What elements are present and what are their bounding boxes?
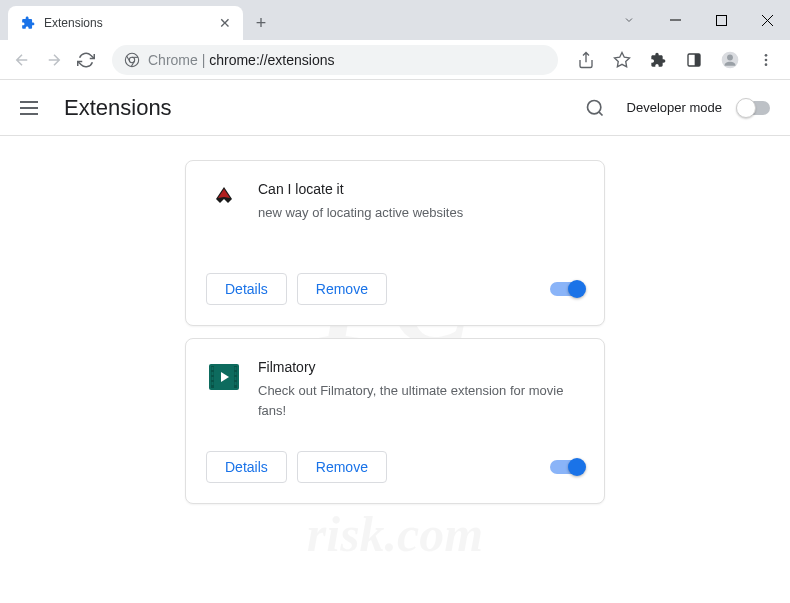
svg-rect-27 (235, 377, 237, 380)
svg-rect-23 (212, 377, 214, 380)
forward-button[interactable] (40, 46, 68, 74)
extensions-list: Can I locate it new way of locating acti… (0, 136, 790, 528)
window-titlebar: Extensions ✕ + (0, 0, 790, 40)
svg-rect-24 (212, 382, 214, 385)
extension-description: new way of locating active websites (258, 203, 584, 223)
chrome-icon (124, 52, 140, 68)
svg-point-16 (587, 100, 600, 113)
svg-rect-26 (235, 372, 237, 375)
search-icon[interactable] (579, 92, 611, 124)
extension-description: Check out Filmatory, the ultimate extens… (258, 381, 584, 420)
sidepanel-icon[interactable] (678, 44, 710, 76)
svg-point-15 (765, 63, 768, 66)
svg-point-13 (765, 54, 768, 57)
svg-point-12 (727, 54, 733, 60)
developer-mode-label: Developer mode (627, 100, 722, 115)
page-title: Extensions (64, 95, 172, 121)
extension-name: Can I locate it (258, 181, 584, 197)
page-header: Extensions Developer mode (0, 80, 790, 136)
browser-tab[interactable]: Extensions ✕ (8, 6, 243, 40)
minimize-button[interactable] (652, 4, 698, 36)
svg-rect-10 (695, 54, 700, 66)
new-tab-button[interactable]: + (247, 9, 275, 37)
share-icon[interactable] (570, 44, 602, 76)
bookmark-icon[interactable] (606, 44, 638, 76)
remove-button[interactable]: Remove (297, 451, 387, 483)
maximize-button[interactable] (698, 4, 744, 36)
svg-line-17 (598, 111, 602, 115)
close-window-button[interactable] (744, 4, 790, 36)
svg-rect-25 (235, 367, 237, 370)
address-bar[interactable]: Chrome | chrome://extensions (112, 45, 558, 75)
remove-button[interactable]: Remove (297, 273, 387, 305)
enable-toggle[interactable] (550, 282, 584, 296)
svg-rect-28 (235, 382, 237, 385)
details-button[interactable]: Details (206, 273, 287, 305)
window-controls (606, 0, 790, 40)
details-button[interactable]: Details (206, 451, 287, 483)
extension-name: Filmatory (258, 359, 584, 375)
svg-rect-22 (212, 372, 214, 375)
hamburger-icon[interactable] (20, 96, 44, 120)
svg-rect-1 (716, 15, 726, 25)
extensions-icon[interactable] (642, 44, 674, 76)
extension-icon (206, 181, 242, 217)
address-text: Chrome | chrome://extensions (148, 52, 335, 68)
menu-icon[interactable] (750, 44, 782, 76)
svg-point-14 (765, 58, 768, 61)
profile-icon[interactable] (714, 44, 746, 76)
enable-toggle[interactable] (550, 460, 584, 474)
chevron-down-icon[interactable] (606, 4, 652, 36)
puzzle-icon (20, 15, 36, 31)
developer-mode-toggle[interactable] (738, 101, 770, 115)
extension-card: Filmatory Check out Filmatory, the ultim… (185, 338, 605, 504)
close-icon[interactable]: ✕ (219, 15, 231, 31)
back-button[interactable] (8, 46, 36, 74)
extension-icon (206, 359, 242, 395)
browser-toolbar: Chrome | chrome://extensions (0, 40, 790, 80)
svg-rect-21 (212, 367, 214, 370)
extension-card: Can I locate it new way of locating acti… (185, 160, 605, 326)
tab-title: Extensions (44, 16, 211, 30)
reload-button[interactable] (72, 46, 100, 74)
